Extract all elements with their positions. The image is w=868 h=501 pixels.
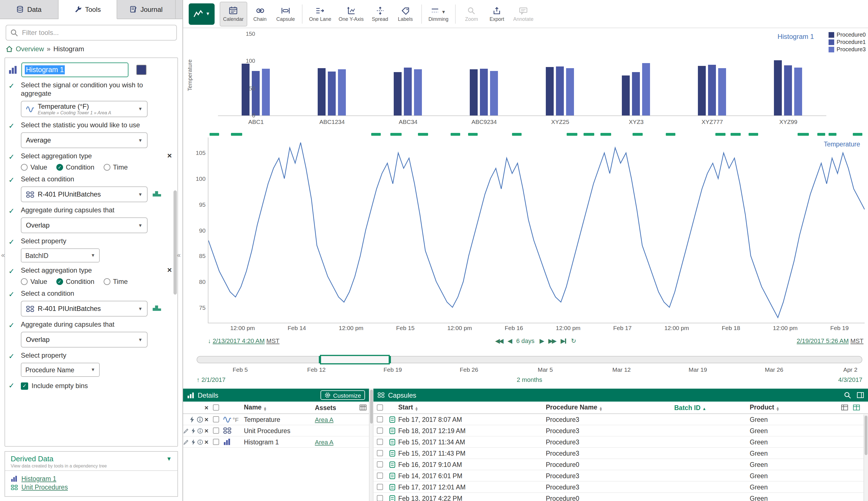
radio-condition[interactable]: ✓Condition [56, 278, 94, 286]
row-checkbox[interactable] [377, 439, 383, 445]
sort-icons[interactable]: ▲▼ [415, 406, 418, 412]
select-all-checkbox[interactable] [213, 404, 219, 411]
toolbar-calendar-button[interactable]: Calendar [220, 1, 247, 26]
tab-data[interactable]: Data [0, 0, 58, 19]
navigate-icon[interactable] [190, 438, 196, 445]
remove-icon[interactable]: × [204, 427, 208, 434]
display-range-end[interactable]: 2/19/2017 5:26 AM [797, 337, 849, 344]
capsule-tick[interactable] [853, 133, 862, 136]
item-name[interactable]: Unit Procedures [244, 427, 315, 434]
capsule-tick[interactable] [797, 133, 809, 136]
tool-name-input[interactable]: Histogram 1 [21, 63, 128, 77]
selector-left-handle[interactable] [319, 356, 321, 363]
sort-icons[interactable]: ▲▼ [599, 406, 603, 412]
capsule-tick[interactable] [418, 133, 428, 136]
histogram-bar[interactable] [784, 65, 792, 116]
select-all-capsules-checkbox[interactable] [377, 404, 383, 411]
tab-tools[interactable]: Tools [58, 0, 117, 19]
capsule-tick[interactable] [512, 133, 522, 136]
details-row[interactable]: ×Unit Procedures [183, 425, 369, 437]
refresh-icon[interactable]: ↻ [571, 337, 576, 344]
info-icon[interactable] [196, 416, 203, 423]
sort-icons[interactable]: ▲▼ [776, 406, 780, 412]
navigate-icon[interactable] [189, 416, 195, 423]
histogram-bar[interactable] [328, 71, 335, 116]
capsule-tick[interactable] [566, 133, 578, 136]
remove-aggregation-button[interactable]: × [167, 152, 172, 159]
histogram-bar[interactable] [262, 69, 269, 116]
capsule-tick[interactable] [451, 133, 460, 136]
histogram-bar[interactable] [470, 69, 478, 116]
histogram-bar[interactable] [490, 71, 498, 116]
capsule-tick[interactable] [828, 133, 836, 136]
capsule-tick[interactable] [210, 133, 219, 136]
radio-condition[interactable]: ✓Condition [56, 163, 94, 171]
property-2-select[interactable]: Procedure Name ▼ [21, 363, 100, 377]
capsules-column-procedure[interactable]: Procedure Name▲▼ [546, 404, 674, 412]
legend-entry[interactable]: Procedure3 [829, 46, 866, 52]
color-swatch-button[interactable] [136, 65, 147, 75]
toolbar-capsule-button[interactable]: Capsule [273, 1, 298, 26]
histogram-bar[interactable] [632, 72, 640, 116]
empty-bins-checkbox[interactable]: ✓ [21, 382, 28, 390]
histogram-bar[interactable] [251, 71, 259, 116]
customize-button[interactable]: Customize [321, 390, 365, 400]
capsule-table-row[interactable]: Feb 18, 2017 12:19 AMProcedure3Green [373, 425, 868, 437]
item-name[interactable]: Temperature [244, 416, 315, 423]
radio-value[interactable]: Value [21, 278, 47, 286]
radio-value[interactable]: Value [21, 163, 47, 171]
filter-tools-input[interactable] [6, 25, 177, 41]
expand-panel-icon[interactable] [857, 392, 864, 398]
remove-icon[interactable]: × [204, 438, 208, 445]
radio-time[interactable]: Time [103, 163, 128, 171]
condition-preview-icon[interactable] [152, 189, 162, 197]
histogram-bar[interactable] [404, 67, 411, 116]
during-1-dropdown[interactable]: Overlap ▼ [21, 217, 148, 233]
view-mode-dropdown[interactable]: ▼ [189, 3, 215, 24]
remove-aggregation-button[interactable]: × [167, 266, 172, 273]
histogram-bar[interactable] [718, 68, 726, 116]
condition-1-dropdown[interactable]: R-401 PIUnitBatches ▼ [21, 186, 148, 202]
details-row[interactable]: ×°FTemperatureArea A [183, 414, 369, 425]
shift-start-earlier-icon[interactable]: ↓ [208, 337, 211, 344]
timezone-label[interactable]: MST [850, 337, 864, 344]
derived-condition-link[interactable]: Unit Procedures [21, 484, 68, 491]
histogram-bar[interactable] [338, 69, 345, 116]
radio-time[interactable]: Time [103, 278, 128, 286]
capsule-tick[interactable] [390, 133, 401, 136]
step-back-full-icon[interactable]: ◀◀ [495, 337, 502, 344]
step-back-half-icon[interactable]: ◀ [507, 337, 511, 344]
capsule-tick[interactable] [817, 133, 825, 136]
display-range-selector[interactable] [320, 355, 390, 364]
histogram-bar[interactable] [556, 66, 564, 116]
edit-icon[interactable] [183, 438, 189, 445]
trend-plot-area[interactable] [208, 137, 865, 323]
statistic-dropdown[interactable]: Average ▼ [21, 132, 148, 148]
toolbar-one-lane-button[interactable]: One Lane [306, 1, 335, 26]
remove-all-icon[interactable]: × [204, 404, 208, 411]
histogram-title[interactable]: Histogram 1 [778, 33, 814, 41]
capsule-lane[interactable] [208, 133, 865, 136]
condition-2-dropdown[interactable]: R-401 PIUnitBatches ▼ [21, 301, 148, 317]
derived-data-header[interactable]: Derived Data View data created by tools … [5, 452, 178, 470]
capsule-table-row[interactable]: Feb 17, 2017 8:07 AMProcedure3Green [373, 414, 868, 425]
asset-link[interactable]: Area A [315, 438, 333, 445]
add-column-icon[interactable] [359, 404, 366, 411]
timezone-label[interactable]: MST [266, 337, 279, 344]
row-checkbox[interactable] [213, 416, 219, 423]
capsule-tick[interactable] [748, 133, 758, 136]
toolbar-labels-button[interactable]: Labels [393, 1, 418, 26]
capsules-column-product[interactable]: Product▲▼ [750, 404, 838, 412]
item-name[interactable]: Histogram 1 [244, 438, 315, 445]
investigate-range-start[interactable]: 2/1/2017 [201, 376, 226, 383]
capsule-table-row[interactable]: Feb 16, 2017 9:10 AMProcedure0Green [373, 459, 868, 470]
capsule-table-row[interactable]: Feb 14, 2017 6:01 PMProcedure3Green [373, 470, 868, 482]
legend-entry[interactable]: Procedure0 [829, 32, 866, 38]
capsules-column-batch-id[interactable]: Batch ID ▲ [674, 404, 750, 411]
row-checkbox[interactable] [377, 416, 383, 423]
details-scrollbar[interactable] [369, 388, 373, 501]
search-capsules-icon[interactable] [844, 392, 851, 399]
capsules-column-start[interactable]: Start▲▼ [398, 404, 546, 412]
histogram-bar[interactable] [318, 68, 325, 116]
histogram-plot-area[interactable] [218, 34, 826, 116]
